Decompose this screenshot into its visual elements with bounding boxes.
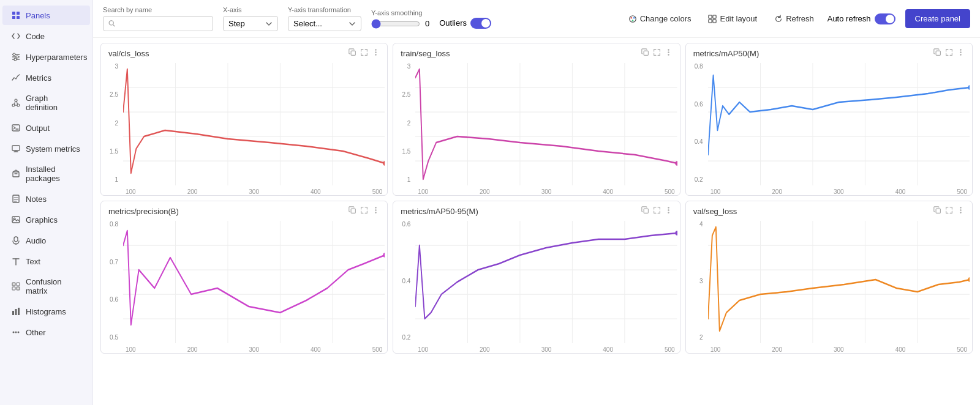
xaxis-select-box[interactable]: Step Relative Wall time <box>223 16 278 31</box>
sidebar-item-panels[interactable]: Panels <box>2 6 90 25</box>
search-box[interactable] <box>103 16 213 31</box>
chart-title-val-seg-loss: val/seg_loss <box>693 207 737 216</box>
yaxis-transform-group: Y-axis transformation Select... <box>288 6 361 31</box>
sidebar-item-metrics[interactable]: Metrics <box>2 68 90 87</box>
chart-val-seg-loss: val/seg_loss 432 <box>685 201 973 354</box>
svg-point-91 <box>968 85 970 90</box>
sidebar-item-label: Panels <box>26 11 50 20</box>
y-axis-metrics-precision-b: 0.80.70.60.5 <box>101 218 121 341</box>
sidebar-item-label: Histograms <box>26 307 66 316</box>
yaxis-smooth-group: Y-axis smoothing 0 <box>371 9 429 29</box>
svg-rect-52 <box>713 19 716 22</box>
sidebar-item-confusion-matrix[interactable]: Confusion matrix <box>2 272 90 300</box>
create-panel-button[interactable]: Create panel <box>905 9 970 28</box>
svg-rect-18 <box>12 146 20 150</box>
text-icon <box>11 256 21 266</box>
svg-rect-37 <box>12 311 14 315</box>
sidebar-item-installed-packages[interactable]: Installed packages <box>2 160 90 188</box>
svg-point-11 <box>15 99 17 102</box>
chart-svg-train-seg-loss <box>415 63 677 185</box>
svg-point-117 <box>676 231 677 236</box>
chart-svg-val-seg-loss <box>708 221 970 343</box>
expand-icon[interactable] <box>360 48 368 58</box>
svg-point-81 <box>960 51 961 53</box>
auto-refresh-toggle[interactable] <box>875 13 895 24</box>
expand-icon[interactable] <box>360 206 368 216</box>
sidebar-item-audio[interactable]: Audio <box>2 231 90 250</box>
sidebar-item-other[interactable]: Other <box>2 322 90 342</box>
sidebar-item-hyperparameters[interactable]: Hyperparameters <box>2 47 90 67</box>
chart-header-metrics-map50m: metrics/mAP50(M) <box>686 43 972 61</box>
sidebar-item-output[interactable]: Output <box>2 118 90 138</box>
search-input[interactable] <box>119 19 208 28</box>
sidebar-item-graph-definition[interactable]: Graph definition <box>2 89 90 117</box>
copy-icon[interactable] <box>349 48 356 58</box>
svg-point-104 <box>383 253 385 258</box>
svg-rect-105 <box>644 209 648 213</box>
chart-header-val-seg-loss: val/seg_loss <box>686 201 972 218</box>
smooth-slider[interactable] <box>371 19 420 29</box>
more-icon[interactable] <box>957 206 965 216</box>
svg-point-108 <box>668 212 669 213</box>
change-colors-button[interactable]: Change colors <box>625 12 695 26</box>
svg-rect-66 <box>644 51 648 55</box>
sidebar-item-label: Graph definition <box>26 94 81 112</box>
chart-svg-metrics-map50-95m <box>415 221 677 343</box>
image-icon <box>11 215 21 225</box>
sidebar-item-graphics[interactable]: Graphics <box>2 210 90 229</box>
sidebar-item-label: Hyperparameters <box>26 53 87 62</box>
more-icon[interactable] <box>957 48 965 58</box>
chart-body-metrics-map50-95m: 0.60.40.2 100200300400500 <box>393 218 679 353</box>
more-icon[interactable] <box>665 48 673 58</box>
monitor-icon <box>11 144 21 154</box>
chart-val-cls-loss: val/cls_loss 32.521.51 <box>100 43 388 196</box>
chart-title-metrics-map50m: metrics/mAP50(M) <box>693 49 760 58</box>
edit-layout-label: Edit layout <box>720 14 757 23</box>
xaxis-select[interactable]: Step Relative Wall time <box>228 19 262 28</box>
expand-icon[interactable] <box>945 48 953 58</box>
svg-point-80 <box>960 49 961 50</box>
svg-point-65 <box>383 161 385 166</box>
chart-icons-metrics-map50-95m <box>641 206 673 216</box>
yaxis-transform-select-box[interactable]: Select... <box>288 16 361 31</box>
edit-layout-button[interactable]: Edit layout <box>704 12 761 26</box>
expand-icon[interactable] <box>653 206 661 216</box>
svg-rect-1 <box>17 12 20 15</box>
svg-rect-50 <box>713 15 716 18</box>
code-icon <box>11 31 21 41</box>
sidebar-item-notes[interactable]: Notes <box>2 189 90 209</box>
copy-icon[interactable] <box>641 48 649 58</box>
sidebar: Panels Code Hyperparameters Metrics Grap… <box>0 0 93 405</box>
chart-metrics-precision-b: metrics/precision(B) 0.80.70.60.5 <box>100 201 388 354</box>
sidebar-item-label: Code <box>26 32 45 41</box>
outliers-toggle[interactable] <box>470 18 491 29</box>
svg-line-44 <box>113 24 115 26</box>
copy-icon[interactable] <box>349 206 356 216</box>
svg-rect-53 <box>351 51 355 55</box>
more-icon[interactable] <box>372 206 380 216</box>
sidebar-item-system-metrics[interactable]: System metrics <box>2 139 90 158</box>
refresh-button[interactable]: Refresh <box>771 12 818 26</box>
expand-icon[interactable] <box>653 48 661 58</box>
copy-icon[interactable] <box>641 206 649 216</box>
svg-point-94 <box>375 209 377 210</box>
expand-icon[interactable] <box>945 206 953 216</box>
chart-title-metrics-map50-95m: metrics/mAP50-95(M) <box>401 207 478 216</box>
more-icon[interactable] <box>372 48 380 58</box>
svg-point-78 <box>676 161 677 166</box>
chevron-down-icon <box>265 20 273 28</box>
copy-icon[interactable] <box>933 206 941 216</box>
copy-icon[interactable] <box>933 48 941 58</box>
x-axis-metrics-precision-b: 100200300400500 <box>123 346 385 353</box>
more-icon[interactable] <box>665 206 673 216</box>
svg-point-9 <box>14 58 17 61</box>
svg-rect-2 <box>12 16 15 19</box>
sidebar-item-code[interactable]: Code <box>2 26 90 46</box>
svg-point-47 <box>633 17 635 18</box>
sidebar-item-text[interactable]: Text <box>2 251 90 271</box>
sidebar-item-label: Output <box>26 124 50 133</box>
chart-metrics-map50m: metrics/mAP50(M) 0.80.60.40.2 <box>685 43 973 196</box>
sidebar-item-histograms[interactable]: Histograms <box>2 302 90 321</box>
yaxis-transform-select[interactable]: Select... <box>293 19 345 28</box>
svg-point-106 <box>668 207 669 208</box>
